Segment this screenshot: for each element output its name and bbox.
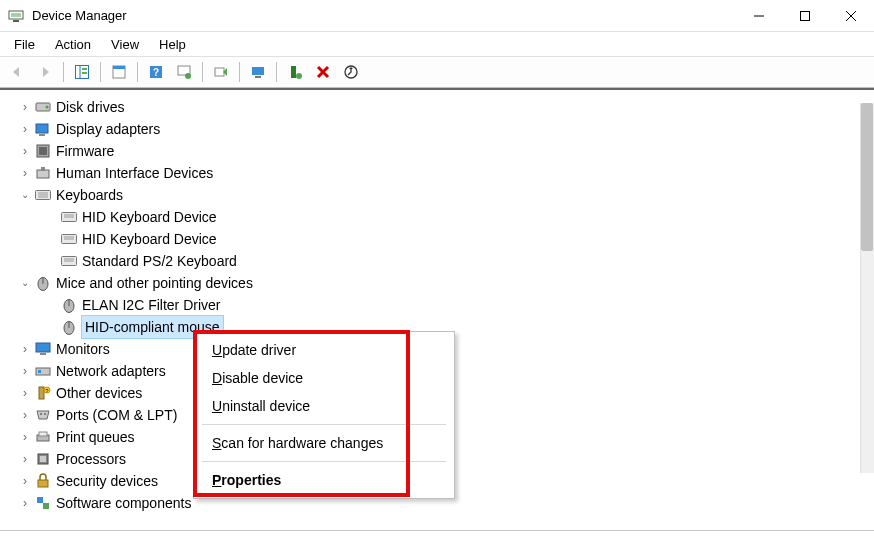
firmware-icon	[34, 143, 52, 159]
ctx-separator	[202, 424, 446, 425]
chevron-right-icon[interactable]	[18, 162, 32, 185]
menu-view[interactable]: View	[101, 35, 149, 54]
printer-icon	[34, 429, 52, 445]
tree-node-firmware[interactable]: Firmware	[18, 140, 874, 162]
svg-rect-31	[37, 170, 49, 178]
tree-label: Display adapters	[56, 118, 160, 140]
svg-rect-55	[38, 370, 41, 373]
chevron-right-icon[interactable]	[18, 470, 32, 493]
ctx-scan-hardware[interactable]: Scan for hardware changes	[194, 429, 454, 457]
menu-help[interactable]: Help	[149, 35, 196, 54]
hid-icon	[34, 165, 52, 181]
chevron-right-icon[interactable]	[18, 382, 32, 405]
chevron-right-icon[interactable]	[18, 492, 32, 515]
chevron-down-icon[interactable]	[18, 184, 32, 206]
forward-button[interactable]	[32, 60, 58, 84]
tree-label: Keyboards	[56, 184, 123, 206]
tree-node-disk-drives[interactable]: Disk drives	[18, 96, 874, 118]
chevron-right-icon[interactable]	[18, 426, 32, 449]
keyboard-icon	[34, 187, 52, 203]
tree-node-keyboard-child[interactable]: HID Keyboard Device	[44, 206, 874, 228]
tree-label: Other devices	[56, 382, 142, 404]
keyboard-icon	[60, 253, 78, 269]
svg-rect-28	[39, 134, 45, 136]
svg-rect-67	[43, 503, 49, 509]
toolbar-separator	[276, 62, 277, 82]
maximize-button[interactable]	[782, 0, 828, 32]
tree-label: Disk drives	[56, 96, 124, 118]
tree-label: Human Interface Devices	[56, 162, 213, 184]
security-icon	[34, 473, 52, 489]
svg-point-60	[44, 413, 46, 415]
back-button[interactable]	[4, 60, 30, 84]
titlebar: Device Manager	[0, 0, 874, 32]
other-device-icon: ?	[34, 385, 52, 401]
tree-label: HID Keyboard Device	[82, 228, 217, 250]
scan-hardware-toolbar-button[interactable]	[338, 60, 364, 84]
help-toolbar-button[interactable]: ?	[143, 60, 169, 84]
svg-rect-20	[291, 66, 296, 78]
svg-point-26	[46, 106, 49, 109]
toolbar-button[interactable]	[171, 60, 197, 84]
disable-toolbar-button[interactable]	[245, 60, 271, 84]
svg-rect-27	[36, 124, 48, 133]
tree-label: Firmware	[56, 140, 114, 162]
tree-node-hid[interactable]: Human Interface Devices	[18, 162, 874, 184]
keyboard-icon	[60, 231, 78, 247]
content-area: Disk drives Display adapters Firmware Hu…	[0, 88, 874, 530]
scrollbar-thumb[interactable]	[861, 103, 873, 251]
keyboard-icon	[60, 209, 78, 225]
chevron-right-icon[interactable]	[18, 404, 32, 427]
chevron-right-icon[interactable]	[18, 96, 32, 119]
svg-rect-30	[39, 147, 47, 155]
menu-action[interactable]: Action	[45, 35, 101, 54]
monitor-icon	[34, 341, 52, 357]
tree-node-hid-mouse[interactable]: HID-compliant mouse	[44, 316, 874, 338]
svg-rect-32	[41, 167, 45, 171]
chevron-down-icon[interactable]	[18, 272, 32, 294]
svg-rect-66	[37, 497, 43, 503]
ctx-uninstall-device[interactable]: Uninstall device	[194, 392, 454, 420]
update-driver-toolbar-button[interactable]	[208, 60, 234, 84]
minimize-button[interactable]	[736, 0, 782, 32]
chevron-right-icon[interactable]	[18, 448, 32, 471]
svg-rect-64	[40, 456, 46, 462]
tree-label: Software components	[56, 492, 191, 514]
svg-rect-17	[215, 68, 224, 76]
chevron-right-icon[interactable]	[18, 118, 32, 141]
vertical-scrollbar[interactable]	[860, 103, 874, 473]
tree-node-keyboard-child[interactable]: HID Keyboard Device	[44, 228, 874, 250]
tree-label: Monitors	[56, 338, 110, 360]
svg-rect-53	[40, 353, 46, 355]
svg-point-21	[296, 73, 302, 79]
uninstall-toolbar-button[interactable]	[310, 60, 336, 84]
show-hide-tree-button[interactable]	[69, 60, 95, 84]
tree-label: Ports (COM & LPT)	[56, 404, 177, 426]
processor-icon	[34, 451, 52, 467]
tree-node-keyboards[interactable]: Keyboards	[18, 184, 874, 206]
svg-rect-10	[82, 72, 87, 74]
svg-rect-4	[801, 11, 810, 20]
ctx-update-driver[interactable]: Update driver	[194, 336, 454, 364]
svg-rect-12	[113, 66, 125, 69]
tree-node-mouse-child[interactable]: ELAN I2C Filter Driver	[44, 294, 874, 316]
chevron-right-icon[interactable]	[18, 140, 32, 163]
tree-label: Standard PS/2 Keyboard	[82, 250, 237, 272]
chevron-right-icon[interactable]	[18, 360, 32, 383]
network-icon	[34, 363, 52, 379]
status-bar	[0, 530, 874, 550]
tree-node-mice[interactable]: Mice and other pointing devices	[18, 272, 874, 294]
devmgr-icon	[8, 8, 24, 24]
tree-node-keyboard-child[interactable]: Standard PS/2 Keyboard	[44, 250, 874, 272]
tree-node-display-adapters[interactable]: Display adapters	[18, 118, 874, 140]
svg-rect-2	[13, 20, 19, 22]
chevron-right-icon[interactable]	[18, 338, 32, 361]
svg-point-59	[40, 413, 42, 415]
properties-toolbar-button[interactable]	[106, 60, 132, 84]
ctx-properties[interactable]: Properties	[194, 466, 454, 494]
menu-file[interactable]: File	[4, 35, 45, 54]
close-button[interactable]	[828, 0, 874, 32]
ctx-disable-device[interactable]: Disable device	[194, 364, 454, 392]
toolbar-separator	[63, 62, 64, 82]
device-toolbar-button[interactable]	[282, 60, 308, 84]
